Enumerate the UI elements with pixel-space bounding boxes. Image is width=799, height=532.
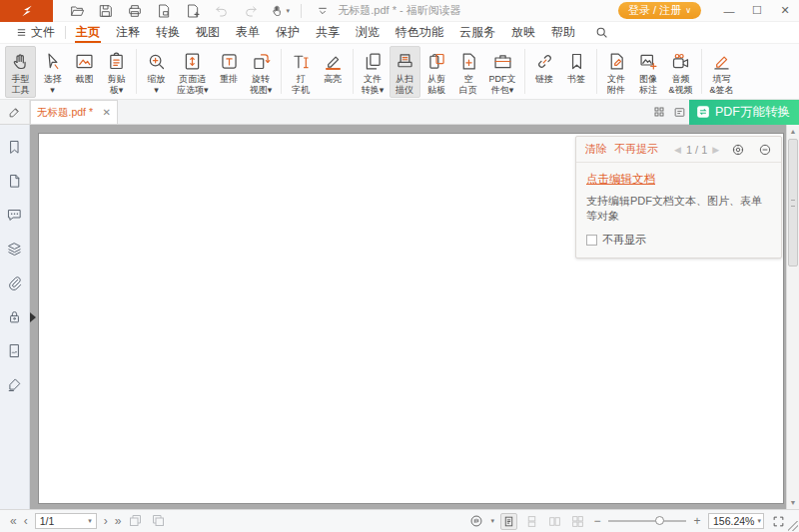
open-folder-icon[interactable] [67,2,87,20]
from-scanner-button[interactable]: 从扫描仪 [390,46,420,98]
zoom-level-box[interactable]: 156.24% ▾ [708,513,764,529]
previous-view-icon[interactable] [128,513,144,529]
facing-continuous-view-icon[interactable] [569,513,586,530]
chevron-down-icon[interactable]: ▾ [490,517,494,525]
pdf-converter-button[interactable]: PDF万能转换 [689,100,799,125]
fullscreen-icon[interactable] [770,513,787,530]
signatures-panel-icon[interactable] [6,342,23,359]
facing-view-icon[interactable] [546,513,563,530]
next-view-icon[interactable] [151,513,167,529]
file-convert-button[interactable]: 文件转换▾ [358,46,389,98]
hint-collapse-icon[interactable] [758,143,772,157]
snapshot-button[interactable]: 截图 [69,46,100,87]
pointer-mode-icon[interactable] [467,513,484,530]
convert-icon [363,51,384,72]
from-clipboard-button[interactable]: 从剪贴板 [421,46,452,98]
menu-tab-7[interactable]: 浏览 [348,22,388,43]
stamps-panel-icon[interactable] [6,376,23,393]
menu-tab-8[interactable]: 特色功能 [388,22,451,43]
hint-prev-icon[interactable]: ◀ [674,145,681,155]
clipboard-button[interactable]: 剪贴板▾ [101,46,132,98]
tab-close-icon[interactable]: ✕ [103,107,111,118]
window-resize-grip[interactable] [788,521,798,531]
zoom-out-button[interactable]: − [592,514,602,528]
audio-video-button[interactable]: 音频&视频 [665,46,697,98]
select-icon [42,51,63,72]
main-area: 清除 不再提示 ◀ 1 / 1 ▶ 点击编辑文档 支 [0,125,799,509]
close-button[interactable]: ✕ [771,0,799,22]
hint-settings-gear-icon[interactable] [731,143,745,157]
maximize-button[interactable]: ☐ [743,0,771,22]
zoom-slider[interactable] [608,514,686,528]
scroll-up-icon[interactable]: ▲ [787,125,799,138]
first-page-button[interactable]: « [10,515,17,527]
menu-file[interactable]: 文件 [8,22,63,43]
customize-chevron-icon[interactable] [313,2,333,20]
menu-tab-10[interactable]: 放映 [503,22,543,43]
login-register-button[interactable]: 登录 / 注册 ∨ [618,2,701,19]
highlight-button[interactable]: 高亮 [318,46,349,87]
security-panel-icon[interactable] [6,308,23,325]
scroll-down-icon[interactable]: ▼ [787,496,799,509]
hamburger-icon [16,27,27,38]
search-icon[interactable] [587,22,616,43]
vertical-scrollbar[interactable]: ▲ ▼ [786,125,799,509]
scrollbar-thumb[interactable] [788,139,798,266]
minimize-button[interactable]: — [715,0,743,22]
dont-show-checkbox[interactable] [586,235,597,246]
last-page-button[interactable]: » [115,515,122,527]
save-icon[interactable] [96,2,116,20]
single-page-view-icon[interactable] [500,513,517,530]
prev-page-button[interactable]: ‹ [24,515,28,527]
comments-panel-icon[interactable] [6,207,23,224]
select-button[interactable]: 选择▾ [37,46,68,98]
sidebar-expand-handle[interactable] [30,312,36,322]
document-tab[interactable]: 无标题.pdf * ✕ [30,100,118,124]
tab-list-icon[interactable] [669,100,689,125]
pdf-portfolio-button[interactable]: PDF文件包▾ [485,46,520,98]
page-fit-options-button[interactable]: 页面适应选项▾ [173,46,213,98]
page-number-box[interactable]: 1/1 ▾ [35,513,97,529]
menu-tab-11[interactable]: 帮助 [543,22,583,43]
zoom-slider-thumb[interactable] [655,516,664,525]
chevron-down-icon: ▾ [757,517,761,525]
hand-mode-icon[interactable]: ▾ [270,2,290,20]
image-annotation-button[interactable]: 图像标注 [633,46,664,98]
quick-edit-icon[interactable] [0,100,30,124]
pdf-portfolio-label: PDF文件包▾ [489,74,516,96]
convert-file-icon[interactable] [154,2,174,20]
menu-tab-3[interactable]: 视图 [188,22,228,43]
blank-page-button[interactable]: 空白页 [453,46,484,98]
bookmark-button[interactable]: 书签 [561,46,592,87]
print-icon[interactable] [125,2,145,20]
rotate-view-button[interactable]: 旋转视图▾ [246,46,277,98]
menu-tab-2[interactable]: 转换 [148,22,188,43]
link-button[interactable]: 链接 [529,46,560,87]
continuous-view-icon[interactable] [523,513,540,530]
tab-grid-icon[interactable] [649,100,669,125]
next-page-button[interactable]: › [104,515,108,527]
edit-hint-description: 支持编辑PDF文档文本、图片、表单等对象 [586,194,771,224]
typewriter-button[interactable]: 打字机 [286,46,317,98]
hand-tool-button[interactable]: 手型工具 [5,46,36,98]
menu-tab-1[interactable]: 注释 [108,22,148,43]
file-attachment-button[interactable]: 文件附件 [601,46,632,98]
menu-tab-home[interactable]: 主页 [68,22,108,43]
edit-document-link[interactable]: 点击编辑文档 [586,172,655,187]
bookmarks-panel-icon[interactable] [6,139,23,156]
new-file-icon[interactable] [183,2,203,20]
pages-panel-icon[interactable] [6,173,23,190]
attachments-panel-icon[interactable] [6,274,23,291]
zoom-in-button[interactable]: + [692,514,702,528]
reflow-button[interactable]: 重排 [214,46,245,87]
zoom-button[interactable]: 缩放▾ [141,46,172,98]
menu-tab-6[interactable]: 共享 [308,22,348,43]
hint-next-icon[interactable]: ▶ [712,145,719,155]
clear-link[interactable]: 清除 [585,142,607,157]
menu-tab-5[interactable]: 保护 [268,22,308,43]
fill-sign-button[interactable]: 填写&签名 [706,46,738,98]
layers-panel-icon[interactable] [6,241,23,258]
dont-remind-link[interactable]: 不再提示 [614,142,658,157]
menu-tab-4[interactable]: 表单 [228,22,268,43]
menu-tab-9[interactable]: 云服务 [451,22,503,43]
